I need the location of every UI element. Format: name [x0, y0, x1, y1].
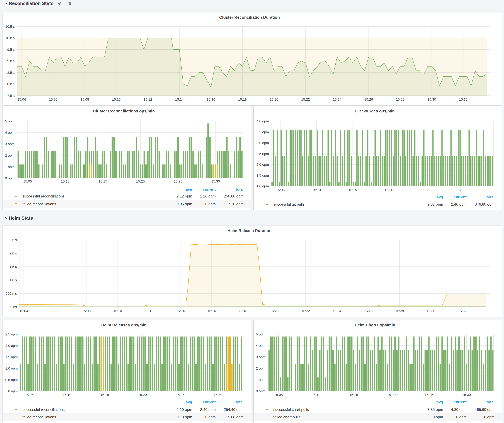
svg-text:15:10: 15:10 — [312, 188, 321, 192]
svg-text:15:32: 15:32 — [458, 309, 467, 313]
svg-text:15:15: 15:15 — [349, 393, 358, 397]
svg-text:0 opm: 0 opm — [5, 176, 14, 180]
svg-text:2.0 s: 2.0 s — [9, 251, 17, 255]
svg-text:15:05: 15:05 — [274, 393, 283, 397]
svg-text:1.5 opm: 1.5 opm — [5, 355, 18, 359]
svg-text:15:28: 15:28 — [396, 98, 404, 101]
svg-text:0.5 opm: 0.5 opm — [5, 378, 18, 382]
svg-text:1 opm: 1 opm — [5, 165, 14, 169]
svg-text:15:20: 15:20 — [384, 188, 393, 192]
svg-text:0 opm: 0 opm — [256, 389, 265, 393]
svg-text:15:10: 15:10 — [63, 393, 71, 397]
svg-text:2.0 opm: 2.0 opm — [257, 163, 269, 166]
svg-text:15:26: 15:26 — [364, 98, 373, 101]
svg-text:15:18: 15:18 — [239, 309, 247, 313]
svg-text:2.5 s: 2.5 s — [9, 238, 17, 242]
svg-text:15:06: 15:06 — [51, 309, 59, 313]
svg-text:15:10: 15:10 — [112, 98, 121, 101]
svg-text:15:12: 15:12 — [144, 98, 152, 101]
svg-text:5 opm: 5 opm — [5, 119, 14, 123]
svg-text:15:05: 15:05 — [23, 179, 32, 183]
svg-text:0 ns: 0 ns — [10, 305, 17, 309]
svg-text:2 opm: 2 opm — [256, 366, 265, 370]
svg-text:0 opm: 0 opm — [8, 389, 18, 393]
svg-text:8.5 s: 8.5 s — [7, 71, 15, 75]
svg-text:15:08: 15:08 — [82, 309, 90, 313]
svg-text:15:15: 15:15 — [98, 179, 107, 183]
svg-text:15:30: 15:30 — [426, 309, 435, 313]
svg-text:15:25: 15:25 — [176, 393, 185, 397]
svg-text:15:08: 15:08 — [80, 98, 89, 101]
svg-text:2.0 opm: 2.0 opm — [5, 344, 18, 348]
svg-text:15:06: 15:06 — [49, 98, 58, 101]
svg-text:10.0 s: 10.0 s — [5, 36, 15, 40]
svg-text:15:30: 15:30 — [462, 393, 471, 397]
svg-text:15:28: 15:28 — [395, 309, 404, 313]
svg-text:15:12: 15:12 — [145, 309, 153, 313]
svg-text:1.0 opm: 1.0 opm — [257, 184, 269, 188]
svg-text:15:32: 15:32 — [459, 98, 468, 101]
svg-text:3 opm: 3 opm — [256, 355, 265, 359]
svg-text:4 opm: 4 opm — [256, 344, 265, 348]
svg-text:3.5 opm: 3.5 opm — [257, 130, 269, 134]
svg-text:15:04: 15:04 — [19, 309, 28, 313]
svg-text:15:14: 15:14 — [176, 309, 185, 313]
svg-text:15:15: 15:15 — [348, 188, 357, 192]
svg-text:1.5 opm: 1.5 opm — [257, 174, 269, 177]
svg-text:15:22: 15:22 — [301, 98, 310, 101]
svg-text:15:25: 15:25 — [421, 188, 429, 192]
svg-text:15:10: 15:10 — [312, 393, 320, 397]
svg-text:3 opm: 3 opm — [5, 142, 14, 146]
svg-text:15:25: 15:25 — [174, 179, 182, 183]
svg-text:15:30: 15:30 — [427, 98, 436, 101]
svg-text:15:04: 15:04 — [17, 98, 26, 101]
svg-text:15:30: 15:30 — [214, 393, 222, 397]
svg-text:1.5 s: 1.5 s — [9, 264, 17, 269]
svg-text:10.5 s: 10.5 s — [5, 25, 15, 29]
svg-text:1 opm: 1 opm — [256, 378, 265, 382]
svg-text:2.5 opm: 2.5 opm — [257, 152, 269, 156]
svg-text:1.0 s: 1.0 s — [9, 278, 17, 282]
svg-text:15:30: 15:30 — [211, 179, 220, 183]
svg-text:15:25: 15:25 — [425, 393, 433, 397]
svg-text:15:22: 15:22 — [301, 309, 310, 313]
svg-text:15:16: 15:16 — [207, 309, 216, 313]
svg-text:15:26: 15:26 — [364, 309, 372, 313]
svg-text:15:18: 15:18 — [238, 98, 247, 101]
svg-text:15:20: 15:20 — [270, 309, 278, 313]
svg-text:9.0 s: 9.0 s — [7, 59, 15, 63]
svg-text:4 opm: 4 opm — [5, 131, 14, 135]
svg-text:15:20: 15:20 — [138, 393, 147, 397]
svg-text:15:24: 15:24 — [333, 98, 341, 101]
svg-text:15:14: 15:14 — [175, 98, 184, 101]
svg-text:8.0 s: 8.0 s — [7, 82, 15, 86]
svg-text:15:16: 15:16 — [207, 98, 215, 101]
svg-text:9.5 s: 9.5 s — [7, 48, 15, 52]
svg-text:15:05: 15:05 — [276, 188, 285, 192]
svg-text:4.0 opm: 4.0 opm — [257, 119, 269, 123]
svg-text:15:30: 15:30 — [457, 188, 465, 192]
svg-text:15:10: 15:10 — [61, 179, 70, 183]
svg-text:1.0 opm: 1.0 opm — [5, 366, 18, 370]
svg-text:3.0 opm: 3.0 opm — [257, 141, 269, 145]
svg-text:2.5 opm: 2.5 opm — [5, 332, 18, 336]
svg-text:2 opm: 2 opm — [5, 153, 14, 158]
svg-text:15:24: 15:24 — [333, 309, 341, 313]
svg-text:15:20: 15:20 — [136, 179, 145, 183]
svg-text:7.5 s: 7.5 s — [7, 94, 15, 98]
svg-text:15:10: 15:10 — [113, 309, 122, 313]
svg-text:500 ms: 500 ms — [6, 291, 17, 295]
svg-text:5 opm: 5 opm — [256, 332, 265, 336]
svg-text:15:20: 15:20 — [387, 393, 396, 397]
svg-text:15:05: 15:05 — [25, 393, 34, 397]
svg-text:15:20: 15:20 — [270, 98, 278, 101]
svg-text:15:15: 15:15 — [100, 393, 109, 397]
